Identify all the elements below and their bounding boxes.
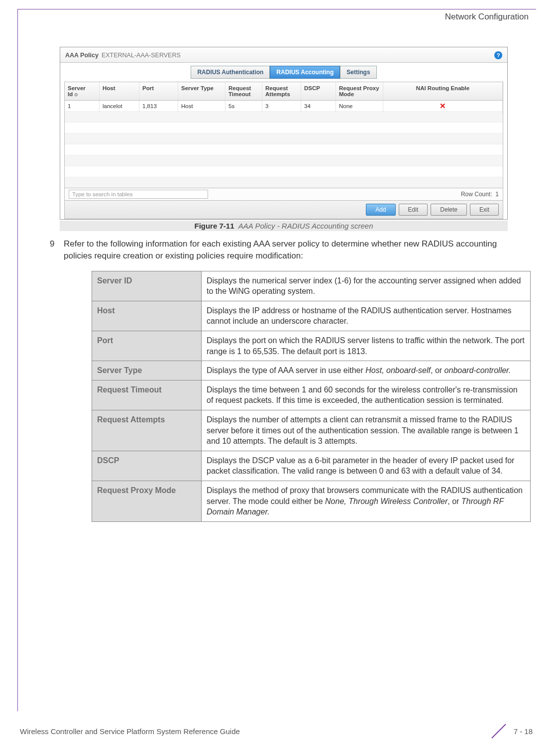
grid-body: 1 lancelot 1,813 Host 5s 3 34 None ✕ (65, 101, 503, 188)
cell-nai: ✕ (383, 101, 503, 114)
col-port[interactable]: Port (139, 82, 178, 100)
step-text: Refer to the following information for e… (64, 238, 518, 262)
def-key: Request Proxy Mode (92, 481, 202, 521)
table-row (65, 155, 503, 166)
doc-title: Wireless Controller and Service Platform… (20, 727, 240, 736)
def-key: Request Attempts (92, 410, 202, 451)
def-val: Displays the time between 1 and 60 secon… (202, 380, 531, 410)
row-count: Row Count: 1 (461, 191, 499, 198)
screenshot-panel: AAA Policy EXTERNAL-AAA-SERVERS ? RADIUS… (60, 47, 508, 220)
exit-button[interactable]: Exit (470, 204, 499, 216)
grid-header: Server Id⊙ Host Port Server Type Request… (65, 82, 503, 101)
col-dscp[interactable]: DSCP (301, 82, 336, 100)
t: onboard-controller. (445, 366, 511, 375)
def-row: Request AttemptsDisplays the number of a… (92, 410, 531, 451)
cell-attempts: 3 (262, 101, 301, 112)
step-number: 9 (50, 238, 57, 262)
x-icon: ✕ (440, 102, 446, 110)
def-val: Displays the DSCP value as a 6-bit param… (202, 451, 531, 481)
col-request-attempts[interactable]: Request Attempts (262, 82, 301, 100)
cell-dscp: 34 (301, 101, 336, 112)
delete-button[interactable]: Delete (431, 204, 467, 216)
def-row: HostDisplays the IP address or hostname … (92, 301, 531, 331)
search-input[interactable]: Type to search in tables (69, 190, 208, 199)
def-val: Displays the method of proxy that browse… (202, 481, 531, 521)
figure-label: Figure 7-11 (194, 222, 234, 230)
svg-line-0 (492, 724, 506, 738)
def-key: Port (92, 331, 202, 361)
page-number: 7 - 18 (514, 727, 533, 736)
col-nai[interactable]: NAI Routing Enable (383, 82, 503, 100)
def-row: Request Proxy ModeDisplays the method of… (92, 481, 531, 521)
figure-caption: Figure 7-11 AAA Policy - RADIUS Accounti… (60, 221, 508, 231)
t: , or (448, 497, 461, 505)
page-footer: Wireless Controller and Service Platform… (20, 721, 533, 741)
slash-icon (489, 721, 509, 741)
col-server-id[interactable]: Server Id⊙ (65, 82, 100, 100)
def-key: Host (92, 301, 202, 331)
def-key: Server Type (92, 361, 202, 380)
col-host[interactable]: Host (100, 82, 139, 100)
section-header: Network Configuration (20, 10, 533, 22)
table-row (65, 144, 503, 155)
add-button[interactable]: Add (366, 204, 395, 216)
tabs: RADIUS Authentication RADIUS Accounting … (60, 63, 507, 79)
policy-title-row: AAA Policy EXTERNAL-AAA-SERVERS ? (60, 47, 507, 63)
cell-proxy: None (336, 101, 383, 112)
t: Displays the type of AAA server in use e… (207, 366, 365, 375)
col-proxy-mode[interactable]: Request Proxy Mode (336, 82, 383, 100)
col-request-timeout[interactable]: Request Timeout (225, 82, 262, 100)
def-row: Server TypeDisplays the type of AAA serv… (92, 361, 531, 380)
step-9: 9 Refer to the following information for… (50, 238, 518, 262)
cell-timeout: 5s (225, 101, 262, 112)
def-key: Request Timeout (92, 380, 202, 410)
def-val: Displays the number of attempts a client… (202, 410, 531, 451)
button-row: Add Edit Delete Exit (65, 200, 503, 219)
def-row: Server IDDisplays the numerical server i… (92, 271, 531, 301)
def-val: Displays the numerical server index (1-6… (202, 271, 531, 301)
policy-label: AAA Policy (65, 52, 99, 59)
table-row (65, 166, 503, 177)
definitions-table: Server IDDisplays the numerical server i… (92, 271, 531, 522)
def-row: Request TimeoutDisplays the time between… (92, 380, 531, 410)
def-row: PortDisplays the port on which the RADIU… (92, 331, 531, 361)
table-row (65, 177, 503, 188)
def-val: Displays the port on which the RADIUS se… (202, 331, 531, 361)
cell-port: 1,813 (139, 101, 178, 112)
def-val: Displays the type of AAA server in use e… (202, 361, 531, 380)
cell-server-type: Host (178, 101, 225, 112)
grid-footer: Type to search in tables Row Count: 1 (65, 188, 503, 200)
row-count-value: 1 (495, 191, 499, 198)
def-key: Server ID (92, 271, 202, 301)
row-count-label: Row Count: (461, 191, 492, 198)
data-grid: Server Id⊙ Host Port Server Type Request… (64, 82, 503, 219)
sort-icon: ⊙ (74, 92, 78, 97)
table-row (65, 123, 503, 133)
t: , or (431, 366, 445, 375)
cell-server-id: 1 (65, 101, 100, 112)
policy-value: EXTERNAL-AAA-SERVERS (102, 52, 181, 59)
def-row: DSCPDisplays the DSCP value as a 6-bit p… (92, 451, 531, 481)
table-row (65, 133, 503, 144)
t: None, Through Wireless Controller (325, 497, 448, 505)
edit-button[interactable]: Edit (399, 204, 428, 216)
t: Host, onboard-self (365, 366, 431, 375)
tab-radius-accounting[interactable]: RADIUS Accounting (270, 66, 340, 79)
figure-text: AAA Policy - RADIUS Accounting screen (238, 222, 373, 230)
def-val: Displays the IP address or hostname of t… (202, 301, 531, 331)
table-row[interactable]: 1 lancelot 1,813 Host 5s 3 34 None ✕ (65, 101, 503, 112)
tab-radius-auth[interactable]: RADIUS Authentication (191, 66, 270, 79)
cell-host: lancelot (100, 101, 139, 112)
tab-settings[interactable]: Settings (340, 66, 376, 79)
col-server-type[interactable]: Server Type (178, 82, 225, 100)
def-key: DSCP (92, 451, 202, 481)
help-icon[interactable]: ? (494, 51, 502, 59)
